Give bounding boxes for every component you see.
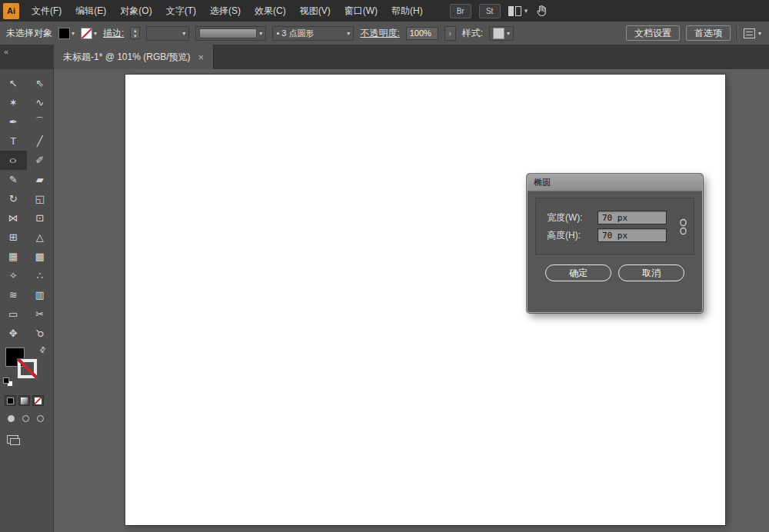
draw-normal-button[interactable] [5, 413, 17, 424]
fill-swatch[interactable] [58, 28, 70, 39]
rotate-tool[interactable]: ↻ [0, 189, 27, 208]
eyedropper-tool[interactable]: ✧ [0, 266, 27, 285]
line-segment-tool[interactable]: ╱ [27, 131, 54, 151]
width-profile-combo[interactable]: ▾ [195, 26, 266, 41]
eraser-tool-icon: ▰ [36, 174, 44, 185]
scale-tool-icon: ◱ [35, 193, 45, 204]
style-combo[interactable]: ▾ [489, 26, 514, 41]
workspace-switcher[interactable]: ▾ [744, 28, 761, 38]
magic-wand-tool[interactable]: ✶ [0, 93, 27, 112]
opacity-arrow-button[interactable]: › [444, 26, 456, 41]
none-icon [35, 397, 42, 404]
swap-fill-stroke-icon[interactable]: ⇄ [37, 344, 48, 355]
menu-edit[interactable]: 编辑(E) [68, 0, 113, 22]
draw-behind-button[interactable] [19, 413, 32, 424]
stroke-swatch[interactable] [81, 28, 92, 39]
ellipse-tool[interactable]: ○ [0, 151, 27, 170]
menu-object[interactable]: 对象(O) [113, 0, 158, 22]
column-graph-tool[interactable]: ▥ [27, 285, 54, 304]
type-tool[interactable]: T [0, 131, 27, 151]
slice-tool-icon: ✂ [35, 308, 44, 320]
constrain-proportions-button[interactable] [678, 218, 688, 235]
ok-button[interactable]: 确定 [545, 264, 611, 281]
gradient-tool[interactable]: ▩ [27, 247, 54, 266]
opacity-input[interactable]: 100% [406, 27, 438, 40]
cancel-button[interactable]: 取消 [618, 264, 684, 281]
paintbrush-tool[interactable]: ✐ [27, 151, 54, 170]
stroke-weight-stepper[interactable]: ▴ ▾ [130, 27, 140, 39]
menu-view[interactable]: 视图(V) [293, 0, 338, 22]
toolbar-collapse-button[interactable]: « [4, 47, 8, 56]
menu-effect[interactable]: 效果(C) [248, 0, 293, 22]
eraser-tool[interactable]: ▰ [27, 170, 54, 189]
dialog-title-bar[interactable]: 椭圆 [528, 175, 702, 191]
stroke-color-box[interactable] [18, 359, 37, 378]
gradient-button[interactable] [18, 395, 30, 406]
brush-definition-combo[interactable]: • 3 点圆形 ▾ [272, 26, 354, 41]
hand-tool[interactable]: ✥ [0, 324, 27, 343]
stock-button[interactable]: St [479, 4, 501, 18]
rotate-tool-icon: ↻ [9, 193, 18, 204]
width-tool[interactable]: ⋈ [0, 208, 27, 228]
shaper-tool[interactable]: ✎ [0, 170, 27, 189]
direct-selection-tool-icon: ⇖ [35, 78, 44, 89]
tab-close-icon[interactable]: × [198, 52, 205, 63]
color-button[interactable] [5, 395, 16, 406]
stroke-none-slash-icon [18, 359, 37, 378]
touch-workspace-button[interactable] [535, 5, 548, 17]
selection-tool-icon: ↖ [9, 78, 18, 89]
stroke-chevron-icon[interactable]: ▾ [94, 30, 97, 37]
dialog-fields-panel: 宽度(W): 70 px 高度(H): 70 px [535, 198, 694, 255]
menu-bar: Ai 文件(F)编辑(E)对象(O)文字(T)选择(S)效果(C)视图(V)窗口… [0, 0, 769, 22]
direct-selection-tool[interactable]: ⇖ [27, 74, 54, 93]
menu-type[interactable]: 文字(T) [159, 0, 203, 22]
zoom-tool[interactable]: ⚲ [27, 324, 54, 343]
dialog-buttons-row: 确定 取消 [535, 264, 694, 281]
stroke-color-control[interactable]: ▾ [81, 28, 97, 39]
none-button[interactable] [32, 395, 44, 406]
change-screen-mode-button[interactable] [7, 435, 18, 444]
draw-inside-button[interactable] [34, 413, 46, 424]
shape-builder-tool[interactable]: ⊞ [0, 228, 27, 247]
magic-wand-tool-icon: ✶ [9, 97, 18, 108]
slice-tool[interactable]: ✂ [27, 304, 54, 324]
arrange-documents-control[interactable]: ▾ [508, 6, 528, 16]
fill-color-control[interactable]: ▾ [58, 28, 75, 39]
menu-file[interactable]: 文件(F) [25, 0, 68, 22]
stroke-weight-combo[interactable]: ▾ [146, 26, 189, 41]
pen-tool[interactable]: ✒ [0, 112, 27, 131]
fill-chevron-icon[interactable]: ▾ [72, 30, 75, 37]
brush-chevron-icon: ▾ [347, 30, 350, 37]
height-label: 高度(H): [547, 229, 593, 242]
opacity-label[interactable]: 不透明度: [360, 27, 399, 40]
width-input[interactable]: 70 px [598, 211, 667, 224]
zoom-tool-icon: ⚲ [33, 327, 46, 340]
mesh-tool[interactable]: ▦ [0, 247, 27, 266]
artboard-tool[interactable]: ▭ [0, 304, 27, 324]
stroke-weight-label[interactable]: 描边: [103, 27, 124, 40]
document-setup-button[interactable]: 文档设置 [626, 25, 680, 41]
menu-help[interactable]: 帮助(H) [384, 0, 430, 22]
selection-tool[interactable]: ↖ [0, 74, 27, 93]
document-tab[interactable]: 未标题-1* @ 101% (RGB/预览) × [54, 45, 214, 69]
curvature-tool[interactable]: ⌒ [27, 112, 54, 131]
scale-tool[interactable]: ◱ [27, 189, 54, 208]
height-input[interactable]: 70 px [598, 228, 667, 242]
eyedropper-tool-icon: ✧ [9, 270, 18, 281]
blend-tool[interactable]: ∴ [27, 266, 54, 285]
preferences-button[interactable]: 首选项 [686, 25, 731, 41]
stepper-up-icon[interactable]: ▴ [131, 28, 139, 33]
default-fill-stroke-icon[interactable] [3, 377, 14, 387]
menu-window[interactable]: 窗口(W) [338, 0, 384, 22]
perspective-grid-tool[interactable]: △ [27, 228, 54, 247]
symbol-sprayer-tool[interactable]: ≋ [0, 285, 27, 304]
width-profile-preview [199, 28, 257, 38]
brush-definition-label: 3 点圆形 [281, 28, 314, 39]
stepper-down-icon[interactable]: ▾ [131, 33, 139, 38]
bridge-button[interactable]: Br [450, 4, 471, 18]
free-transform-tool[interactable]: ⊡ [27, 208, 54, 228]
lasso-tool[interactable]: ∿ [27, 93, 54, 112]
menu-select[interactable]: 选择(S) [203, 0, 248, 22]
lasso-tool-icon: ∿ [35, 97, 44, 108]
appbar-right-cluster: Br St ▾ [450, 4, 549, 18]
